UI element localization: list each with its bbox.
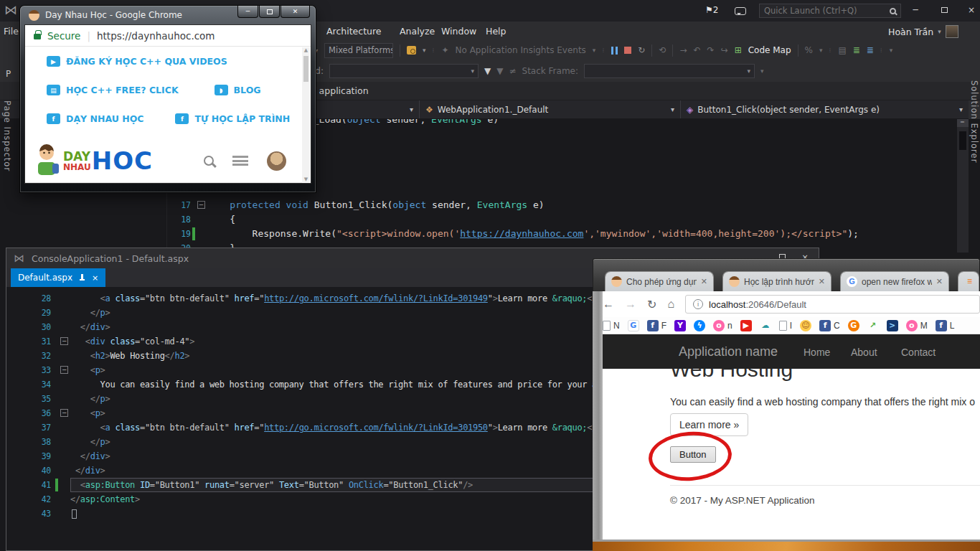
- link-blog[interactable]: ◗ BLOG: [215, 85, 261, 95]
- menu-architecture[interactable]: Architecture: [326, 26, 382, 37]
- editor-scrollbar[interactable]: ═: [957, 119, 969, 253]
- nav-about-link[interactable]: About: [851, 347, 877, 358]
- chevron-down-icon[interactable]: ▾: [819, 47, 823, 54]
- browser-tab-4[interactable]: ≡: [958, 272, 979, 291]
- fold-marker[interactable]: –: [197, 201, 205, 209]
- window-restore-button[interactable]: [937, 5, 951, 15]
- window-minimize-button[interactable]: ─: [908, 5, 923, 15]
- menu-help[interactable]: Help: [486, 26, 507, 37]
- search-icon[interactable]: [204, 156, 214, 166]
- pause-icon[interactable]: [611, 47, 618, 55]
- tab-default-aspx[interactable]: Default.aspx ×: [11, 268, 105, 287]
- home-icon[interactable]: ⌂: [667, 298, 674, 311]
- fold-marker[interactable]: –: [60, 366, 68, 374]
- bookmark-item[interactable]: ▶: [740, 320, 752, 331]
- step-into-icon[interactable]: ↶: [693, 45, 700, 55]
- bookmark-item[interactable]: G: [848, 320, 859, 331]
- bookmark-item[interactable]: ☺: [800, 320, 811, 331]
- code-map-button[interactable]: Code Map: [748, 45, 791, 55]
- find-in-files-icon[interactable]: [407, 46, 416, 55]
- scrollbar-thumb[interactable]: [303, 56, 308, 82]
- chevron-down-icon[interactable]: ▾: [423, 47, 426, 54]
- fold-marker[interactable]: –: [60, 337, 68, 345]
- fold-marker[interactable]: –: [60, 409, 68, 417]
- scrollbar-splitter-handle[interactable]: ═: [957, 119, 969, 127]
- nav-home-link[interactable]: Home: [804, 347, 830, 358]
- popup-address-bar[interactable]: Secure | https://daynhauhoc.com: [25, 25, 311, 47]
- breakpoints-icon[interactable]: %: [805, 45, 813, 55]
- close-icon[interactable]: ×: [92, 273, 98, 283]
- bookmark-item[interactable]: >: [887, 320, 898, 331]
- stop-icon[interactable]: [624, 47, 631, 54]
- code-line[interactable]: 18 {: [176, 212, 980, 227]
- restart-icon[interactable]: ↻: [638, 45, 645, 55]
- toolbar-overflow-icon[interactable]: ▾: [760, 67, 764, 75]
- close-icon[interactable]: ✕: [819, 277, 825, 286]
- menu-window[interactable]: Window: [441, 26, 476, 37]
- filter-icon[interactable]: ▼: [484, 66, 491, 76]
- document-icon[interactable]: ▤: [838, 45, 846, 55]
- bookmark-item[interactable]: ϟ: [694, 320, 705, 331]
- close-icon[interactable]: ✕: [936, 277, 943, 286]
- profile-avatar[interactable]: [267, 151, 286, 171]
- link-videos[interactable]: ▶ ĐĂNG KÝ HỌC C++ QUA VIDEOS: [47, 56, 227, 67]
- scroll-up-icon[interactable]: ▲: [304, 47, 308, 53]
- bookmark-item[interactable]: fL: [936, 320, 955, 331]
- step-out-icon[interactable]: ↷: [707, 45, 715, 55]
- back-icon[interactable]: ←: [603, 298, 614, 311]
- flag-threads-icon[interactable]: ≠: [509, 66, 516, 76]
- document-tab-partial[interactable]: T application: [311, 85, 369, 96]
- popup-minimize-button[interactable]: ─: [237, 6, 258, 18]
- method-dropdown[interactable]: ◈ Button1_Click(object sender, EventArgs…: [681, 100, 969, 118]
- pin-icon[interactable]: [79, 274, 85, 282]
- page-inspector-tab[interactable]: Page Inspector: [2, 100, 12, 171]
- bookmark-item[interactable]: fC: [819, 320, 840, 331]
- reload-icon[interactable]: ↻: [647, 298, 656, 311]
- continue-icon[interactable]: ↪: [721, 45, 728, 55]
- refresh-icon[interactable]: ⟲: [659, 45, 666, 55]
- chevron-down-icon[interactable]: ▾: [593, 47, 596, 54]
- bookmark-item[interactable]: on: [713, 320, 732, 331]
- window-close-button[interactable]: ×: [964, 5, 979, 15]
- popup-close-button[interactable]: ✕: [281, 6, 310, 18]
- close-icon[interactable]: ✕: [701, 277, 707, 286]
- class-dropdown[interactable]: ❖ WebApplication1._Default ▾: [420, 100, 681, 118]
- menu-analyze[interactable]: Analyze: [400, 26, 435, 37]
- scroll-down-icon[interactable]: ▼: [304, 176, 308, 182]
- link-fb-tuhoclaptrinh[interactable]: f TỰ HỌC LẬP TRÌNH: [175, 113, 290, 124]
- quick-launch-input[interactable]: [764, 6, 885, 16]
- thread-dropdown[interactable]: ▾: [329, 64, 479, 78]
- notifications-flag-icon[interactable]: ⚑2: [705, 5, 718, 15]
- indent-icon[interactable]: ≣: [853, 45, 860, 55]
- forward-icon[interactable]: →: [625, 298, 636, 311]
- toolbar-overflow-icon[interactable]: ▾: [890, 47, 893, 54]
- bookmark-item[interactable]: N: [603, 321, 620, 331]
- user-account[interactable]: Hoàn Trần ▾: [888, 25, 958, 38]
- code-line[interactable]: 17– protected void Button1_Click(object …: [176, 198, 980, 212]
- platform-dropdown[interactable]: Mixed Platforms ▾: [324, 43, 393, 58]
- code-line[interactable]: 19 Response.Write("<script>window.open('…: [176, 227, 980, 241]
- insights-label[interactable]: No Application Insights Events: [456, 45, 586, 55]
- menu-file[interactable]: File: [4, 26, 19, 37]
- solution-explorer-tab[interactable]: Solution Explorer: [969, 80, 979, 163]
- browser-tab-1[interactable]: Cho phép ứng dụng ✕: [606, 272, 713, 291]
- stack-frame-dropdown[interactable]: ▾: [584, 64, 755, 78]
- popup-maximize-button[interactable]: [259, 6, 280, 18]
- page-info-icon[interactable]: i: [693, 299, 703, 309]
- quick-launch-box[interactable]: [759, 4, 901, 18]
- bookmark-item[interactable]: I: [779, 321, 792, 331]
- step-over-icon[interactable]: →: [679, 45, 687, 55]
- link-fb-daynhauhoc[interactable]: f DẠY NHAU HỌC: [47, 113, 143, 124]
- popup-scrollbar[interactable]: ▲ ▼: [302, 47, 310, 182]
- browser-tab-3[interactable]: G open new firefox w ✕: [841, 272, 948, 291]
- address-bar[interactable]: i localhost:20646/Default: [685, 295, 980, 314]
- link-free-cpp[interactable]: ▤ HỌC C++ FREE? CLICK: [47, 85, 179, 95]
- navbar-brand[interactable]: Application name: [679, 344, 778, 359]
- browser-tab-2[interactable]: Học lập trình hướn ✕: [723, 272, 831, 291]
- bookmark-item[interactable]: Y: [674, 320, 686, 331]
- menu-icon[interactable]: [232, 156, 248, 166]
- outdent-icon[interactable]: ≣: [867, 45, 874, 55]
- nav-contact-link[interactable]: Contact: [901, 347, 936, 358]
- bookmark-item[interactable]: G: [628, 320, 639, 331]
- filter-outline-icon[interactable]: ▼: [496, 66, 503, 76]
